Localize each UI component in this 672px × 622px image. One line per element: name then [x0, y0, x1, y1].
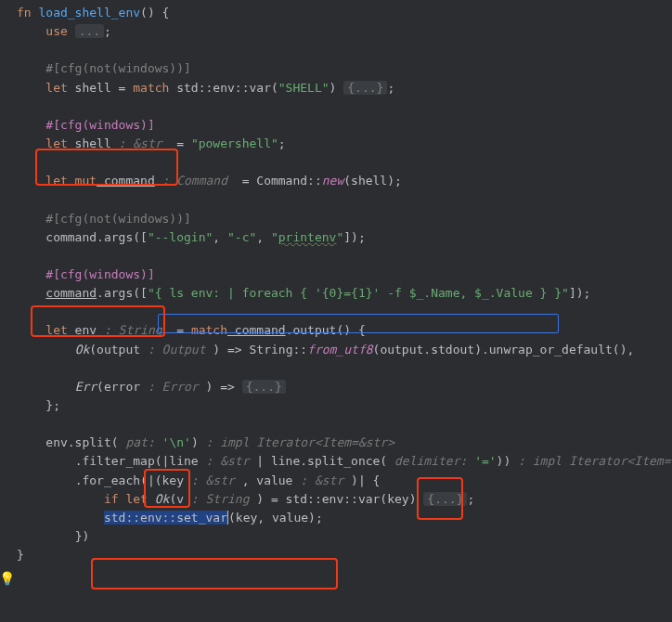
paren: (error [97, 380, 140, 394]
call-split: env.split( [45, 435, 118, 449]
var-env: env [68, 323, 97, 337]
type-hint: : Command [155, 174, 235, 188]
var-shell: shell [68, 136, 111, 150]
close-foreach: }) [75, 529, 90, 543]
close-match: }; [45, 398, 60, 412]
fold-region[interactable]: {...} [423, 492, 467, 506]
fold-region[interactable]: {...} [242, 380, 286, 394]
semi: ; [278, 136, 286, 150]
return-type-hint: : impl Iterator<Item=(...)> [510, 454, 672, 468]
char-equals: '=' [474, 454, 496, 468]
call-output: .output() { [286, 323, 366, 337]
call: std::env::var( [169, 81, 278, 95]
close-fn-brace: } [17, 548, 24, 562]
call-split-once: | line.split_once( [256, 454, 387, 468]
method-new: new [322, 174, 343, 188]
comma: , [256, 230, 271, 244]
cfg-attr-windows: #[cfg(windows)] [45, 118, 154, 132]
return-type-hint: : impl Iterator<Item=&str> [199, 435, 394, 449]
pattern: (v [169, 492, 184, 506]
semi: ; [104, 24, 111, 38]
param-hint-delimiter: delimiter: [387, 454, 474, 468]
eq: = [119, 81, 134, 95]
cfg-attr: #[cfg(not(windows))] [45, 212, 191, 226]
var-command: command [97, 174, 155, 188]
close: ) [191, 435, 199, 449]
type-hint: : &str [111, 136, 170, 150]
semi: ; [467, 492, 474, 506]
tail: (shell); [343, 174, 402, 188]
arm-err: Err [75, 380, 97, 394]
string-open: "{ [148, 286, 162, 300]
string-shell: "SHELL" [278, 81, 330, 95]
semi: ; [316, 511, 323, 525]
keyword-let: let [45, 323, 67, 337]
code-editor[interactable]: fn load_shell_env() { use ...; #[cfg(not… [0, 0, 672, 572]
function-name: load_shell_env [38, 6, 140, 19]
string-printenv: printenv [278, 230, 337, 244]
arm-ok: Ok [148, 492, 169, 506]
string-quote: " [271, 230, 278, 244]
close: ) [330, 81, 344, 95]
var-command: command [45, 286, 97, 300]
intention-bulb-icon[interactable]: 💡 [0, 569, 15, 590]
tail: ]); [343, 230, 365, 244]
close: )) [497, 454, 511, 468]
string-c: "-c" [227, 230, 256, 244]
call-args: .args([ [97, 286, 148, 300]
args: (key, value) [228, 511, 316, 525]
type-hint: : Error [140, 380, 205, 394]
type-hint: : String [184, 492, 256, 506]
comma: , [213, 230, 227, 244]
close-brace: )| { [351, 473, 380, 487]
call-set-var-selected: std::env::set_var [104, 511, 228, 525]
var-shell: shell [68, 81, 119, 95]
fold-region[interactable]: {...} [343, 81, 387, 95]
string-ps-script: ls env: | foreach { '{0}={1}' -f $_.Name… [162, 286, 548, 300]
paren: (output [89, 343, 140, 356]
parens: () [140, 6, 155, 19]
var-command: command [227, 323, 286, 337]
type-hint: : String [97, 323, 169, 337]
type-hint: : Output [140, 343, 213, 356]
eq-call: = Command:: [235, 174, 322, 188]
param-value: , value [242, 473, 293, 487]
keyword-let: let [119, 492, 148, 506]
call: ) = std::env::var(key) [256, 492, 423, 506]
type-hint: : &str [184, 473, 242, 487]
tail: ]); [569, 286, 590, 300]
eq: = [169, 323, 190, 337]
keyword-let: let [45, 81, 67, 95]
keyword-fn: fn [17, 6, 32, 19]
char-newline: '\n' [162, 435, 191, 449]
brace: { [155, 6, 170, 19]
param-hint-pat: pat: [119, 435, 162, 449]
eq: = [169, 136, 190, 150]
cfg-attr-windows: #[cfg(windows)] [45, 267, 154, 281]
string-login: "--login" [148, 230, 213, 244]
arm-ok: Ok [75, 343, 90, 356]
fold-region[interactable]: ... [75, 24, 104, 38]
call-filter-map: .filter_map(|line [75, 454, 199, 468]
keyword-match: match [133, 81, 169, 95]
keyword-let: let [45, 174, 67, 188]
string-close: }" [547, 286, 568, 300]
type-hint: : &str [292, 473, 351, 487]
call-args: command.args([ [45, 230, 148, 244]
semi: ; [387, 81, 394, 95]
method-from-utf8: from_utf8 [307, 343, 372, 356]
keyword-mut: mut [68, 174, 97, 188]
string-powershell: "powershell" [191, 136, 278, 150]
type-hint: : &str [199, 454, 257, 468]
keyword-match: match [191, 323, 227, 337]
cfg-attr: #[cfg(not(windows))] [45, 61, 191, 75]
arrow: ) => String:: [213, 343, 307, 356]
call-for-each: .for_each(|(key [75, 473, 184, 487]
keyword-if: if [104, 492, 119, 506]
tail: (output.stdout).unwrap_or_default(), [373, 343, 635, 356]
keyword-let: let [45, 136, 67, 150]
keyword-use: use [45, 24, 74, 38]
arrow: ) => [206, 380, 242, 394]
